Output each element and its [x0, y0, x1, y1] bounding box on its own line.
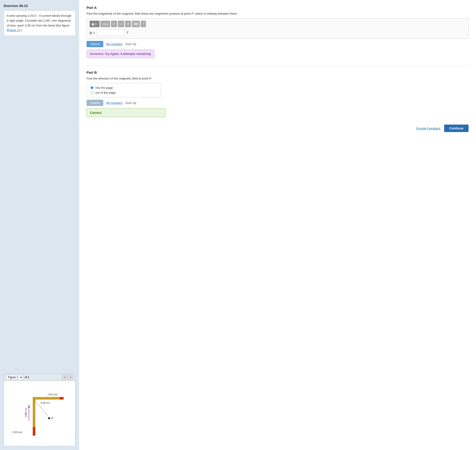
divider-ab	[87, 65, 469, 66]
wire-bottom-red	[33, 426, 35, 436]
label-p: P	[51, 416, 53, 420]
figure-select[interactable]: Figure 1	[6, 375, 23, 379]
wire-horizontal	[33, 397, 60, 400]
symbol-btn[interactable]: ΑΣφ	[101, 21, 110, 27]
figure-svg: P I 2.00 mm 3.00 cm 3.00 cm 2.00 mm	[8, 385, 72, 442]
point-p-dot	[48, 417, 50, 419]
part-a-submit-btn[interactable]: Submit	[87, 41, 103, 47]
radio-into-page[interactable]	[90, 86, 94, 89]
current-arrow-head	[28, 404, 30, 408]
part-b-question: Find the direction of the magnetic field…	[87, 77, 469, 80]
figure-next-btn[interactable]: >	[68, 375, 73, 380]
part-a-input-label: B =	[90, 31, 95, 35]
radio-option-out-of-page: out of the page	[90, 91, 157, 94]
part-a-title: Part A	[87, 6, 469, 10]
redo-btn[interactable]: ↪	[118, 21, 124, 27]
part-a-toolbar: ▣√□ ΑΣφ ↩ ↪ ↺ ⌨ ?	[90, 21, 465, 27]
figure-panel: Figure 1 of 1 < >	[4, 373, 75, 446]
label-3cm-vert: 3.00 cm	[24, 408, 27, 417]
figure-of-label: of 1	[25, 376, 29, 379]
main-content: Part A Find the magnitude of the magneti…	[79, 0, 476, 450]
label-3cm-horiz: 3.00 cm	[41, 401, 50, 404]
figure-prev-btn[interactable]: <	[62, 375, 67, 380]
provide-feedback-link[interactable]: Provide Feedback	[416, 127, 441, 130]
undo-btn[interactable]: ↩	[111, 21, 117, 27]
part-b-my-answers-link[interactable]: My Answers	[106, 101, 122, 105]
radio-option-into-page: into the page	[90, 86, 157, 89]
exercise-title: Exercise 28.13	[4, 4, 75, 8]
bottom-row: Provide Feedback Continue	[87, 124, 469, 132]
part-a-section: Part A Find the magnitude of the magneti…	[87, 6, 469, 60]
continue-btn[interactable]: Continue	[444, 124, 469, 132]
wire-right-red	[60, 397, 64, 400]
part-b-title: Part B	[87, 71, 469, 74]
part-a-question: Find the magnitude of the magnetic field…	[87, 12, 469, 15]
sidebar: Exercise 28.13 A wire carrying a 25.0 – …	[0, 0, 79, 450]
part-b-action-row: Submit My Answers Give Up	[87, 100, 469, 106]
label-2mm-bottom: 2.00 mm	[12, 431, 22, 433]
part-a-answer-box: ▣√□ ΑΣφ ↩ ↪ ↺ ⌨ ? B = T	[87, 18, 469, 39]
help-btn[interactable]: ?	[141, 21, 146, 27]
part-a-action-row: Submit My Answers Give Up	[87, 41, 469, 47]
radio-out-of-page[interactable]	[90, 91, 94, 94]
part-b-feedback-banner: Correct	[87, 108, 166, 117]
part-a-my-answers-link[interactable]: My Answers	[106, 42, 122, 46]
part-a-give-up[interactable]: Give Up	[125, 42, 136, 46]
part-b-section: Part B Find the direction of the magneti…	[87, 71, 469, 119]
reset-btn[interactable]: ↺	[125, 21, 131, 27]
part-b-submit-btn[interactable]: Submit	[87, 100, 103, 106]
label-2mm-top: 2.00 mm	[48, 393, 58, 396]
figure-link[interactable]: Figure 1	[8, 28, 19, 32]
keyboard-btn[interactable]: ⌨	[132, 21, 140, 27]
figure-toolbar: Figure 1 of 1 < >	[4, 374, 75, 381]
wire-vertical	[33, 397, 35, 427]
part-a-input-row: B = T	[90, 30, 465, 36]
template-btn[interactable]: ▣√□	[90, 21, 100, 27]
figure-content: P I 2.00 mm 3.00 cm 3.00 cm 2.00 mm	[4, 381, 75, 446]
part-a-unit: T	[127, 31, 129, 35]
problem-box: A wire carrying a 25.0 – A current bends…	[4, 11, 75, 36]
radio-out-of-page-label: out of the page	[95, 91, 116, 94]
part-b-radio-box: into the page out of the page	[87, 83, 161, 97]
radio-into-page-label: into the page	[95, 86, 113, 89]
part-a-input[interactable]	[97, 30, 125, 36]
figure-link-suffix: ) ).	[19, 28, 23, 32]
part-a-feedback-banner: Incorrect; Try Again; 3 attempts remaini…	[87, 49, 154, 58]
part-b-give-up[interactable]: Give Up	[125, 101, 136, 105]
